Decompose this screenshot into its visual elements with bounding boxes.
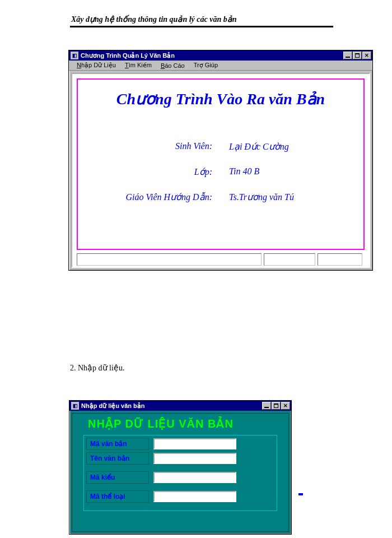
maximize-button[interactable] — [353, 52, 362, 59]
close-button[interactable]: ✕ — [362, 52, 371, 59]
category-input[interactable] — [153, 491, 236, 502]
category-label: Mã thể loại — [86, 490, 149, 503]
banner-title: Chương Trình Vào Ra văn Bản — [78, 90, 363, 108]
close-icon: ✕ — [283, 403, 288, 409]
menu-tim-kiem[interactable]: Tìm Kiếm — [120, 62, 156, 69]
minimize-icon — [264, 407, 269, 408]
section-heading: 2. Nhập dữ liệu. — [70, 363, 124, 373]
teacher-value: Ts.Trương văn Tú — [229, 192, 294, 202]
form-row-type: Mã kiểu — [84, 471, 277, 484]
name-input[interactable] — [153, 453, 236, 464]
menu-label: hập Dữ Liệu — [81, 62, 116, 68]
code-input[interactable] — [153, 438, 236, 449]
maximize-icon — [355, 53, 360, 58]
form-heading: NHẬP DỮ LIỆU VĂN BẢN — [72, 414, 288, 433]
minimize-icon — [346, 57, 350, 58]
data-entry-window: ◧ Nhập dữ liệu văn bản ✕ NHẬP DỮ LIỆU VĂ… — [69, 400, 292, 535]
student-value: Lại Đức Cường — [229, 141, 289, 152]
window-title: Chương Trình Quản Lý Văn Bản — [81, 52, 343, 59]
form-row-code: Mã văn bản — [84, 438, 277, 450]
titlebar: ◧ Nhập dữ liệu văn bản ✕ — [69, 401, 291, 411]
header-divider — [70, 26, 333, 27]
class-value: Tin 40 B — [229, 166, 259, 177]
maximize-icon — [274, 404, 278, 408]
content-panel: Chương Trình Vào Ra văn Bản Sinh Viên: L… — [77, 78, 365, 250]
status-time — [264, 253, 315, 266]
maximize-button[interactable] — [272, 402, 281, 410]
client-area: Chương Trình Vào Ra văn Bản Sinh Viên: L… — [71, 73, 370, 268]
window-title: Nhập dữ liệu văn bản — [81, 402, 262, 410]
menu-label: áo Cáo — [165, 62, 184, 69]
menubar: Nhập Dữ Liệu Tìm Kiếm Báo Cáo Trợ Giúp — [69, 61, 372, 71]
name-label: Tên văn bản — [86, 452, 149, 465]
menu-label: ìm Kiếm — [129, 62, 152, 68]
status-segment-1 — [77, 253, 262, 266]
close-icon: ✕ — [365, 53, 369, 58]
document-header: Xây dựng hệ thống thông tin quản lý các … — [71, 15, 237, 24]
menu-bao-cao[interactable]: Báo Cáo — [156, 62, 189, 69]
close-button[interactable]: ✕ — [281, 402, 290, 410]
teacher-label: Giáo Viên Hướng Dẫn: — [100, 192, 212, 202]
form-panel: Mã văn bản Tên văn bản Mã kiểu Mã thể lo… — [83, 435, 277, 511]
minimize-button[interactable] — [262, 402, 271, 410]
type-input[interactable] — [153, 472, 236, 483]
minimize-button[interactable] — [343, 52, 352, 59]
class-label: Lớp: — [100, 166, 212, 177]
main-app-window: ◧ Chương Trình Quản Lý Văn Bản ✕ Nhập Dữ… — [68, 50, 373, 271]
status-date — [318, 253, 362, 266]
cursor-mark — [298, 493, 303, 495]
titlebar: ◧ Chương Trình Quản Lý Văn Bản ✕ — [69, 50, 372, 61]
type-label: Mã kiểu — [86, 471, 149, 484]
menu-tro-giup[interactable]: Trợ Giúp — [189, 62, 222, 69]
client-area: NHẬP DỮ LIỆU VĂN BẢN Mã văn bản Tên văn … — [72, 413, 289, 532]
form-row-category: Mã thể loại — [84, 490, 277, 503]
app-icon: ◧ — [71, 402, 79, 410]
app-icon: ◧ — [71, 52, 78, 59]
student-label: Sinh Viên: — [100, 141, 212, 151]
menu-nhap-du-lieu[interactable]: Nhập Dữ Liệu — [72, 62, 120, 69]
form-row-name: Tên văn bản — [84, 452, 277, 465]
code-label: Mã văn bản — [86, 438, 149, 450]
menu-label: Trợ Giúp — [194, 62, 218, 68]
